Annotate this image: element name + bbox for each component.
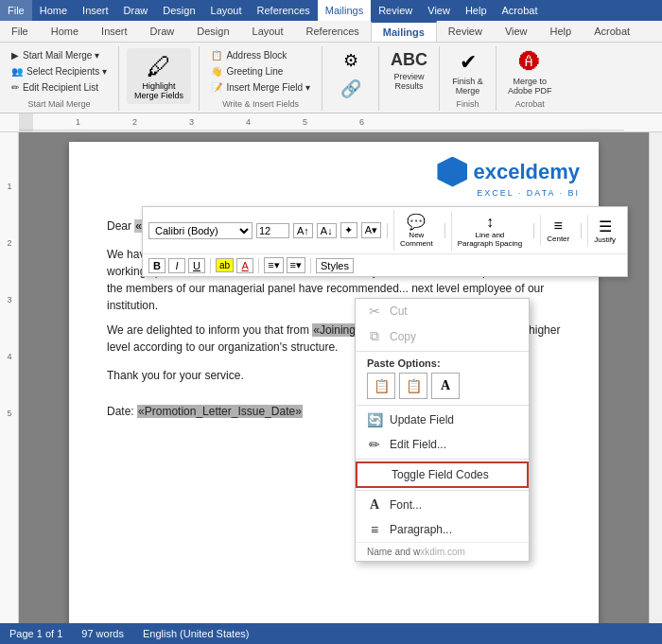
ctx-edit-field[interactable]: ✏ Edit Field...	[356, 432, 529, 457]
insert-field-icon: 📝	[211, 82, 222, 93]
extra-icons-content: ⚙ 🔗	[332, 48, 370, 107]
menu-help[interactable]: Help	[458, 0, 495, 21]
highlight-color-btn[interactable]: ab	[216, 258, 234, 272]
group-highlight: 🖊 HighlightMerge Fields	[119, 46, 200, 111]
greeting-line-btn[interactable]: 👋 Greeting Line	[207, 64, 313, 78]
preview-content: ABC PreviewResults	[387, 48, 431, 107]
line-para-spacing-btn[interactable]: ↕ Line andParagraph Spacing	[451, 211, 529, 251]
tab-home[interactable]: Home	[40, 21, 90, 42]
font-size-input[interactable]	[256, 223, 289, 238]
highlight-icon: 🖊	[147, 52, 171, 81]
tab-review[interactable]: Review	[437, 21, 494, 42]
format-btn[interactable]: ✦	[340, 222, 357, 238]
center-label: Center	[547, 235, 569, 243]
svg-text:3: 3	[189, 117, 194, 127]
tab-help[interactable]: Help	[539, 21, 584, 42]
menu-review[interactable]: Review	[371, 0, 420, 21]
menu-insert[interactable]: Insert	[75, 0, 116, 21]
italic-btn[interactable]: I	[168, 258, 185, 273]
greeting-icon: 👋	[211, 66, 222, 77]
highlight-label: HighlightMerge Fields	[134, 81, 183, 100]
justify-label: Justify	[594, 235, 616, 244]
ctx-toggle-field-codes[interactable]: Toggle Field Codes	[356, 461, 529, 488]
new-comment-btn[interactable]: 💬 NewComment	[393, 210, 439, 251]
menu-acrobat[interactable]: Acrobat	[495, 0, 546, 21]
address-block-btn[interactable]: 📋 Address Block	[207, 48, 290, 62]
preview-results-btn[interactable]: ABC PreviewResults	[387, 48, 431, 93]
word-count: 97 words	[81, 628, 124, 639]
menu-design[interactable]: Design	[155, 0, 202, 21]
scrollbar-right[interactable]	[649, 132, 662, 623]
group-extra-icons: ⚙ 🔗	[322, 46, 379, 111]
line-spacing-icon: ↕	[486, 214, 494, 231]
menu-home[interactable]: Home	[32, 0, 75, 21]
edit-recipient-list-btn[interactable]: ✏ Edit Recipient List	[8, 80, 111, 95]
ctx-font[interactable]: A Font...	[356, 493, 529, 517]
tab-design[interactable]: Design	[185, 21, 240, 42]
tab-view[interactable]: View	[494, 21, 539, 42]
recipients-icon: 👥	[11, 66, 23, 77]
menu-view[interactable]: View	[420, 0, 458, 21]
ctx-cut[interactable]: ✂ Cut	[356, 299, 529, 323]
paragraph-icon: ≡	[367, 522, 382, 537]
toolbar-sep-3	[533, 223, 534, 238]
scroll-area[interactable]: exceldemy EXCEL · DATA · BI Dear «Nam We…	[19, 132, 649, 623]
center-btn[interactable]: ≡ Center	[540, 215, 575, 246]
date-label: Date:	[107, 405, 134, 418]
font-family-select[interactable]: Calibri (Body)	[148, 222, 253, 239]
underline-btn[interactable]: U	[188, 258, 205, 273]
match-fields-btn[interactable]: 🔗	[332, 77, 370, 101]
tab-file[interactable]: File	[0, 21, 40, 42]
select-recipients-btn[interactable]: 👥 Select Recipients ▾	[8, 64, 111, 78]
tab-acrobat[interactable]: Acrobat	[583, 21, 641, 42]
menu-references[interactable]: References	[250, 0, 318, 21]
ctx-update-label: Update Field	[390, 413, 454, 426]
menu-mailings[interactable]: Mailings	[318, 0, 371, 21]
font-color-dropdown-btn[interactable]: A▾	[361, 222, 381, 238]
greeting-label: Greeting Line	[226, 66, 283, 77]
menu-layout[interactable]: Layout	[203, 0, 250, 21]
tab-draw[interactable]: Draw	[139, 21, 186, 42]
paste-btn-2[interactable]: 📋	[399, 373, 427, 399]
svg-text:2: 2	[132, 117, 137, 127]
merge-to-adobe-btn[interactable]: 🅐 Merge toAdobe PDF	[504, 48, 556, 97]
toolbar-sep-1	[387, 223, 388, 238]
tab-layout[interactable]: Layout	[241, 21, 295, 42]
tab-mailings[interactable]: Mailings	[371, 21, 437, 42]
menu-file[interactable]: File	[0, 0, 32, 21]
font-color-btn[interactable]: A	[236, 258, 253, 273]
bold-btn[interactable]: B	[148, 258, 166, 273]
styles-btn[interactable]: Styles	[316, 258, 354, 273]
insert-merge-field-btn[interactable]: 📝 Insert Merge Field ▾	[207, 80, 313, 95]
language-info: English (United States)	[143, 628, 250, 639]
svg-text:4: 4	[7, 352, 11, 361]
justify-btn[interactable]: ☰ Justify	[587, 215, 621, 247]
group-write-insert: 📋 Address Block 👋 Greeting Line 📝 Insert…	[200, 46, 322, 111]
logo-sub: EXCEL · DATA · BI	[437, 187, 580, 200]
tab-references[interactable]: References	[295, 21, 371, 42]
ruler-content: 1 2 3 4 5 6	[19, 113, 662, 131]
paste-btn-3[interactable]: A	[431, 373, 460, 399]
rules-btn[interactable]: ⚙	[332, 48, 370, 73]
font-shrink-btn[interactable]: A↓	[317, 223, 337, 238]
select-recipients-label: Select Recipients ▾	[26, 66, 107, 77]
font-grow-btn[interactable]: A↑	[293, 223, 313, 238]
start-mail-merge-btn[interactable]: ▶ Start Mail Merge ▾	[8, 48, 111, 62]
bullets-btn[interactable]: ≡▾	[264, 257, 283, 273]
numbering-btn[interactable]: ≡▾	[287, 257, 305, 273]
write-insert-content: 📋 Address Block 👋 Greeting Line 📝 Insert…	[207, 48, 313, 97]
group-finish: ✔ Finish &Merge Finish	[440, 46, 496, 111]
finish-merge-btn[interactable]: ✔ Finish &Merge	[448, 48, 487, 97]
toolbar-row2-sep2	[258, 258, 259, 273]
menu-draw[interactable]: Draw	[116, 0, 156, 21]
highlight-merge-fields-btn[interactable]: 🖊 HighlightMerge Fields	[127, 48, 191, 104]
paste-btn-1[interactable]: 📋	[367, 373, 395, 399]
font-icon: A	[367, 497, 382, 513]
acrobat-content: 🅐 Merge toAdobe PDF	[504, 48, 556, 97]
ctx-update-field[interactable]: 🔄 Update Field	[356, 408, 529, 432]
ctx-copy[interactable]: ⧉ Copy	[356, 323, 529, 349]
logo-text: exceldemy	[473, 156, 580, 187]
ctx-sep-4	[356, 490, 529, 491]
ctx-paragraph[interactable]: ≡ Paragraph...	[356, 517, 529, 542]
tab-insert[interactable]: Insert	[90, 21, 139, 42]
